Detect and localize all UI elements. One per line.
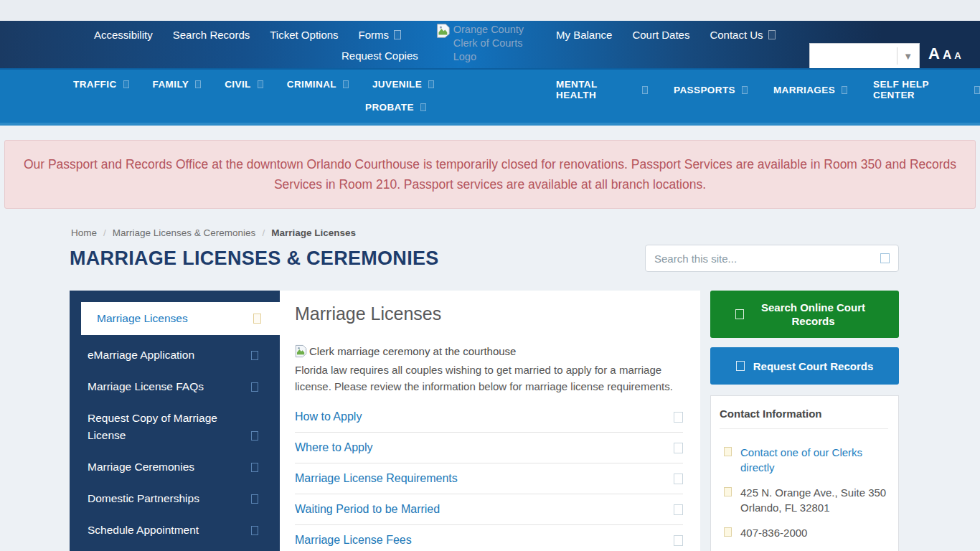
phone-icon (724, 527, 732, 537)
primary-nav: TRAFFIC FAMILY CIVIL CRIMINAL JUVENILE M… (0, 68, 980, 126)
nav-search-records[interactable]: Search Records (173, 29, 250, 41)
primary-nav-row2: PROBATE (365, 102, 426, 113)
font-size-medium-button[interactable]: A (943, 48, 951, 62)
nav-civil[interactable]: CIVIL (225, 79, 263, 90)
site-search (645, 245, 899, 272)
phone-icon (724, 447, 732, 456)
site-search-input[interactable] (654, 253, 880, 265)
primary-nav-right: MENTAL HEALTH PASSPORTS MARRIAGES SELF H… (556, 79, 980, 100)
nav-ticket-options[interactable]: Ticket Options (270, 29, 338, 41)
contact-address-item: 425 N. Orange Ave., Suite 350Orlando, FL… (720, 485, 888, 515)
address-line1: 425 N. Orange Ave., Suite 350 (740, 486, 886, 499)
passport-closure-alert: Our Passport and Records Office at the d… (4, 140, 976, 209)
nav-self-help-center[interactable]: SELF HELP CENTER (873, 79, 980, 100)
expand-icon (674, 504, 683, 515)
link-icon (251, 351, 258, 360)
utility-nav-right: My Balance Court Dates Contact Us (556, 21, 776, 48)
nav-my-balance[interactable]: My Balance (556, 29, 612, 41)
sidebar-item-domestic-partnerships[interactable]: Domestic Partnerships (70, 483, 280, 514)
search-online-court-records-button[interactable]: Search Online Court Records (710, 291, 899, 338)
link-icon (251, 494, 258, 504)
nav-contact-us[interactable]: Contact Us (710, 29, 775, 41)
font-size-small-button[interactable]: A (954, 50, 961, 61)
nav-probate[interactable]: PROBATE (365, 102, 426, 113)
expand-icon (674, 443, 683, 453)
dropdown-indicator-icon (842, 86, 847, 94)
dropdown-indicator-icon (974, 86, 980, 94)
font-size-large-button[interactable]: A (928, 44, 940, 63)
link-icon (251, 382, 258, 392)
content-image-alt: Clerk marriage ceremony at the courthous… (309, 345, 516, 357)
content-heading: Marriage Licenses (295, 303, 683, 324)
request-court-records-button[interactable]: Request Court Records (710, 347, 899, 385)
breadcrumb-home[interactable]: Home (71, 227, 97, 238)
nav-traffic[interactable]: TRAFFIC (73, 79, 129, 90)
sidebar-item-schedule-appointment[interactable]: Schedule Appointment (70, 514, 280, 546)
dropdown-indicator-icon (195, 80, 201, 88)
nav-marriages[interactable]: MARRIAGES (773, 85, 847, 95)
accordion-list: How to Apply Where to Apply Marriage Lic… (295, 402, 683, 551)
breadcrumb-separator: / (262, 227, 265, 238)
nav-family[interactable]: FAMILY (153, 79, 202, 90)
dropdown-indicator-icon (428, 80, 434, 88)
search-icon[interactable] (880, 253, 890, 263)
dropdown-indicator-icon (394, 30, 401, 39)
phone-number: 407-836-2000 (740, 525, 807, 540)
accordion-marriage-license-fees[interactable]: Marriage License Fees (295, 525, 683, 551)
top-strip (0, 0, 980, 21)
breadcrumb-marriage-licenses-ceremonies[interactable]: Marriage Licenses & Ceremonies (113, 227, 256, 238)
sidebar-item-marriage-ceremonies[interactable]: Marriage Ceremonies (70, 451, 280, 483)
expand-icon (674, 474, 683, 484)
nav-passports[interactable]: PASSPORTS (674, 85, 748, 95)
document-icon (736, 361, 745, 371)
sidebar-item-emarriage-application[interactable]: eMarriage Application (70, 339, 280, 371)
intro-paragraph: Florida law requires all couples wishing… (295, 362, 689, 395)
dropdown-indicator-icon (742, 86, 748, 94)
contact-clerk-item: Contact one of our Clerks directly (720, 445, 888, 475)
breadcrumb-current: Marriage Licenses (271, 227, 356, 238)
dropdown-indicator-icon (420, 103, 426, 111)
dropdown-indicator-icon (258, 80, 263, 88)
page-title: MARRIAGE LICENSES & CEREMONIES (70, 248, 439, 270)
site-header: Accessibility Search Records Ticket Opti… (0, 21, 980, 68)
broken-image-icon (295, 344, 307, 358)
nav-forms[interactable]: Forms (359, 29, 402, 41)
nav-mental-health[interactable]: MENTAL HEALTH (556, 79, 648, 100)
link-icon (251, 463, 258, 472)
search-icon (735, 309, 744, 319)
select-caret-icon: ▼ (903, 51, 913, 62)
site-logo[interactable]: Orange County Clerk of Courts Logo (436, 23, 544, 64)
logo-alt-text: Orange County Clerk of Courts Logo (453, 23, 544, 64)
contact-card-heading: Contact Information (720, 408, 888, 429)
main-content: Marriage Licenses Clerk marriage ceremon… (280, 291, 700, 551)
accordion-where-to-apply[interactable]: Where to Apply (295, 433, 683, 463)
link-icon (251, 431, 258, 441)
language-select[interactable]: ▼ (809, 43, 920, 69)
utility-nav-left: Accessibility Search Records Ticket Opti… (94, 21, 401, 48)
nav-court-dates[interactable]: Court Dates (632, 29, 689, 41)
breadcrumb-separator: / (103, 227, 106, 238)
contact-clerk-link[interactable]: Contact one of our Clerks directly (740, 445, 866, 475)
accordion-marriage-license-requirements[interactable]: Marriage License Requirements (295, 463, 683, 494)
dropdown-indicator-icon (768, 30, 776, 39)
primary-nav-left: TRAFFIC FAMILY CIVIL CRIMINAL JUVENILE (73, 79, 434, 90)
nav-accessibility[interactable]: Accessibility (94, 29, 153, 41)
nav-criminal[interactable]: CRIMINAL (287, 79, 349, 90)
nav-juvenile[interactable]: JUVENILE (372, 79, 434, 90)
contact-list: Contact one of our Clerks directly 425 N… (720, 445, 888, 551)
accordion-how-to-apply[interactable]: How to Apply (295, 402, 683, 433)
expand-icon (674, 412, 683, 423)
map-marker-icon (724, 487, 732, 496)
breadcrumb: Home / Marriage Licenses & Ceremonies / … (71, 227, 356, 238)
link-icon (251, 526, 258, 535)
accordion-waiting-period-to-be-married[interactable]: Waiting Period to be Married (295, 494, 683, 525)
dropdown-indicator-icon (642, 86, 648, 94)
sidebar-item-marriage-license-faqs[interactable]: Marriage License FAQs (70, 371, 280, 402)
nav-request-copies[interactable]: Request Copies (341, 50, 418, 62)
sidebar-item-request-copy-of-marriage-license[interactable]: Request Copy of Marriage License (70, 402, 280, 451)
address-line2: Orlando, FL 32801 (740, 501, 830, 514)
contact-information-card: Contact Information Contact one of our C… (710, 395, 899, 551)
sidebar-item-marriage-licenses[interactable]: Marriage Licenses (81, 302, 280, 335)
select-divider (897, 47, 897, 65)
font-size-controls: A A A (928, 44, 961, 63)
